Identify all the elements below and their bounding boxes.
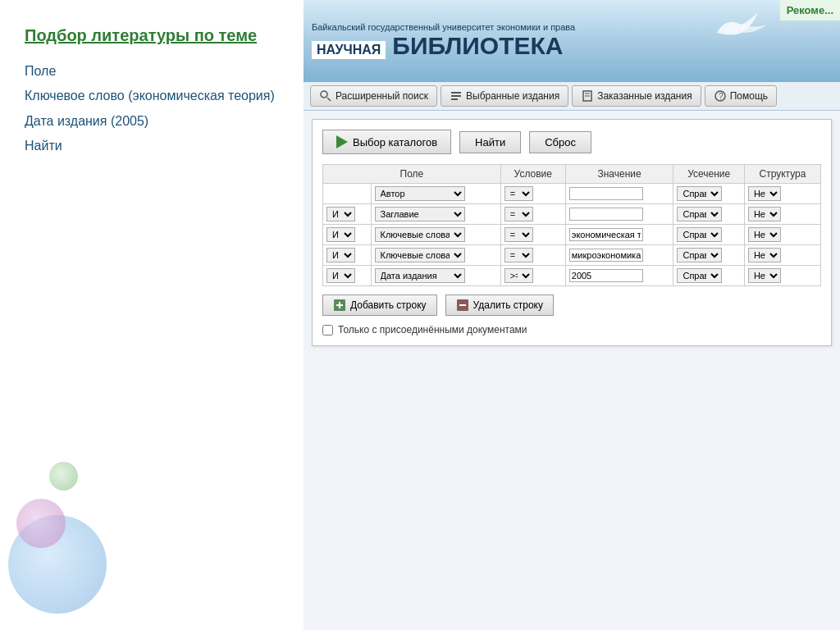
structure-select[interactable]: НетДа — [748, 248, 781, 262]
col-header-condition: Условие — [500, 165, 565, 184]
attached-docs-checkbox[interactable] — [322, 325, 333, 336]
truncation-select[interactable]: СправаСлеваНет — [677, 227, 722, 242]
left-title: Подбор литературы по теме — [25, 25, 287, 46]
add-icon — [333, 299, 346, 312]
col-header-structure: Структура — [744, 165, 820, 184]
truncation-cell: СправаСлеваНет — [673, 204, 744, 225]
value-input[interactable] — [569, 269, 643, 282]
connector-cell: ИИЛИНЕ — [323, 204, 372, 225]
condition-cell: =!=>=<=>< — [500, 184, 565, 204]
value-input[interactable] — [569, 228, 643, 241]
left-panel: Подбор литературы по теме Поле Ключевое … — [0, 0, 304, 630]
search-icon — [319, 89, 332, 103]
condition-select[interactable]: =!=>=<=>< — [504, 186, 533, 201]
header-logo: Байкальский государственный университет … — [312, 22, 575, 60]
svg-text:?: ? — [719, 92, 724, 101]
condition-cell: =!=>=<=>< — [500, 266, 565, 286]
col-header-field: Поле — [323, 165, 501, 184]
field-cell: АвторЗаглавиеКлючевые словаДата изданияИ… — [371, 204, 500, 225]
value-cell — [565, 225, 673, 245]
table-row: ИИЛИНЕАвторЗаглавиеКлючевые словаДата из… — [323, 266, 821, 286]
table-row: ИИЛИНЕАвторЗаглавиеКлючевые словаДата из… — [323, 225, 821, 245]
value-input[interactable] — [569, 249, 643, 262]
condition-select[interactable]: =!=>=<=>< — [504, 268, 533, 283]
table-row: АвторЗаглавиеКлючевые словаДата изданияИ… — [323, 184, 821, 204]
col-header-truncation: Усечение — [673, 165, 744, 184]
bottom-buttons: Добавить строку Удалить строку — [322, 294, 821, 316]
left-item-field: Поле — [25, 62, 287, 80]
structure-select[interactable]: НетДа — [748, 186, 781, 201]
connector-select[interactable]: ИИЛИНЕ — [326, 227, 355, 242]
list-icon — [450, 89, 463, 103]
svg-point-0 — [321, 91, 327, 98]
nav-selected-editions[interactable]: Выбранные издания — [441, 85, 568, 107]
truncation-select[interactable]: СправаСлеваНет — [677, 207, 722, 221]
truncation-cell: СправаСлеваНет — [673, 266, 744, 286]
field-select[interactable]: АвторЗаглавиеКлючевые словаДата изданияИ… — [375, 227, 465, 242]
field-select[interactable]: АвторЗаглавиеКлючевые словаДата изданияИ… — [375, 268, 465, 283]
field-select[interactable]: АвторЗаглавиеКлючевые словаДата изданияИ… — [375, 207, 465, 221]
search-table: Поле Условие Значение Усечение Структура… — [322, 164, 821, 286]
condition-select[interactable]: =!=>=<=>< — [504, 227, 533, 242]
value-cell — [565, 245, 673, 266]
field-select[interactable]: АвторЗаглавиеКлючевые словаДата изданияИ… — [375, 186, 465, 201]
checkbox-row: Только с присоединёнными документами — [322, 324, 821, 336]
connector-select[interactable]: ИИЛИНЕ — [326, 207, 355, 221]
field-cell: АвторЗаглавиеКлючевые словаДата изданияИ… — [371, 184, 500, 204]
main-content: Выбор каталогов Найти Сброс Поле Условие… — [312, 119, 832, 346]
nav-ordered-editions[interactable]: Заказанные издания — [572, 85, 701, 107]
header-banner: Байкальский государственный университет … — [304, 0, 840, 82]
connector-select[interactable]: ИИЛИНЕ — [326, 248, 355, 262]
condition-cell: =!=>=<=>< — [500, 225, 565, 245]
connector-cell: ИИЛИНЕ — [323, 245, 372, 266]
help-icon: ? — [714, 89, 727, 103]
truncation-cell: СправаСлеваНет — [673, 184, 744, 204]
condition-cell: =!=>=<=>< — [500, 245, 565, 266]
nav-advanced-search[interactable]: Расширенный поиск — [310, 85, 437, 107]
delete-row-button[interactable]: Удалить строку — [445, 294, 554, 316]
condition-cell: =!=>=<=>< — [500, 204, 565, 225]
left-item-find: Найти — [25, 137, 287, 155]
nav-help[interactable]: ? Помощь — [705, 85, 777, 107]
reset-button[interactable]: Сброс — [529, 131, 591, 153]
structure-select[interactable]: НетДа — [748, 207, 781, 221]
catalog-select-button[interactable]: Выбор каталогов — [322, 130, 451, 154]
structure-cell: НетДа — [744, 204, 820, 225]
book-icon — [581, 89, 594, 103]
left-item-keyword: Ключевое слово (экономическая теория) — [25, 87, 287, 105]
header-bird-icon — [709, 8, 774, 65]
header-recommend: Рекоме... — [780, 0, 840, 21]
add-row-button[interactable]: Добавить строку — [322, 294, 437, 316]
condition-select[interactable]: =!=>=<=>< — [504, 248, 533, 262]
deco-circle-tiny — [49, 462, 78, 491]
field-cell: АвторЗаглавиеКлючевые словаДата изданияИ… — [371, 225, 500, 245]
attached-docs-label: Только с присоединёнными документами — [338, 324, 527, 336]
structure-cell: НетДа — [744, 184, 820, 204]
value-input[interactable] — [569, 208, 643, 221]
table-row: ИИЛИНЕАвторЗаглавиеКлючевые словаДата из… — [323, 245, 821, 266]
svg-rect-3 — [451, 95, 461, 97]
connector-cell: ИИЛИНЕ — [323, 225, 372, 245]
right-panel: Байкальский государственный университет … — [304, 0, 840, 630]
truncation-select[interactable]: СправаСлеваНет — [677, 186, 722, 201]
structure-cell: НетДа — [744, 245, 820, 266]
field-select[interactable]: АвторЗаглавиеКлючевые словаДата изданияИ… — [375, 248, 465, 262]
structure-cell: НетДа — [744, 225, 820, 245]
left-item-date: Дата издания (2005) — [25, 112, 287, 130]
field-cell: АвторЗаглавиеКлючевые словаДата изданияИ… — [371, 266, 500, 286]
find-button[interactable]: Найти — [459, 131, 521, 153]
structure-select[interactable]: НетДа — [748, 268, 781, 283]
truncation-select[interactable]: СправаСлеваНет — [677, 248, 722, 262]
search-toolbar: Выбор каталогов Найти Сброс — [322, 130, 821, 154]
structure-select[interactable]: НетДа — [748, 227, 781, 242]
svg-rect-4 — [451, 98, 458, 100]
truncation-select[interactable]: СправаСлеваНет — [677, 268, 722, 283]
header-subtitle: Байкальский государственный университет … — [312, 22, 575, 32]
condition-select[interactable]: =!=>=<=>< — [504, 207, 533, 221]
value-cell — [565, 204, 673, 225]
value-cell — [565, 184, 673, 204]
connector-select[interactable]: ИИЛИНЕ — [326, 268, 355, 283]
value-input[interactable] — [569, 187, 643, 200]
truncation-cell: СправаСлеваНет — [673, 225, 744, 245]
structure-cell: НетДа — [744, 266, 820, 286]
